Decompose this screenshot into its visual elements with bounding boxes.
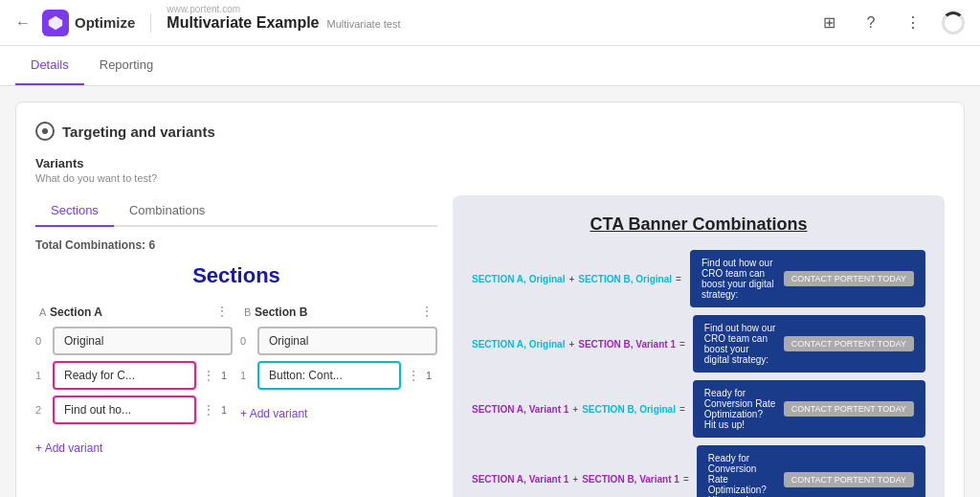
combo-preview-3: Ready for Conversion Rate Optimization? … [697,445,925,497]
section-a-header: A Section A ⋮ [35,304,233,319]
combo-preview-2: Ready for Conversion Rate Optimization? … [693,380,925,438]
section-a-name: Section A [50,305,102,319]
total-combos: Total Combinations: 6 [35,238,437,252]
variant-a1-more[interactable]: ⋮ [202,368,215,383]
tab-combinations[interactable]: Combinations [114,195,221,227]
combo-label-a-2: SECTION A, Variant 1 [472,404,568,415]
section-a-variant-0: 0 Original [35,327,233,355]
section-b-col: B Section B ⋮ 0 Original 1 [240,304,437,459]
combo-label-a-0: SECTION A, Original [472,274,565,284]
content-area: Targeting and variants Variants What do … [0,86,980,497]
nav-tabs: Details Reporting [0,46,980,86]
logo-svg [47,14,64,32]
combo-rows: SECTION A, Original + SECTION B, Origina… [472,250,925,497]
combo-row-2: SECTION A, Variant 1 + SECTION B, Origin… [472,380,925,438]
tab-details[interactable]: Details [15,46,84,85]
combo-eq-1: = [679,339,685,350]
combo-label-b-0: SECTION B, Original [578,274,672,284]
combo-preview-1: Find out how our CRO team can boost your… [693,315,925,373]
variant-a2-more[interactable]: ⋮ [202,402,215,418]
combo-row-3: SECTION A, Variant 1 + SECTION B, Varian… [472,445,925,497]
top-bar: ← Optimize www.portent.com Multivariate … [0,0,980,46]
combo-text-2: Ready for Conversion Rate Optimization? … [704,388,776,430]
section-a-variant1-box[interactable]: Ready for C... [53,361,196,390]
combo-plus-1: + [568,339,574,350]
section-a-more[interactable]: ⋮ [215,304,229,319]
grid-icon[interactable]: ⊞ [815,10,842,36]
add-variant-b[interactable]: + Add variant [240,403,307,424]
divider [150,13,151,33]
section-b-name: Section B [255,305,307,319]
combo-btn-0[interactable]: CONTACT PORTENT TODAY [784,271,914,286]
sections-grid: A Section A ⋮ 0 Original 1 [35,304,437,459]
combo-preview-0: Find out how our CRO team can boost your… [690,250,925,307]
combo-label-a-1: SECTION A, Original [472,339,565,350]
section-b-original-box[interactable]: Original [257,327,437,355]
combos-title: CTA Banner Combinations [472,215,925,235]
combo-label-b-3: SECTION B, Variant 1 [582,474,679,485]
section-a-original-box[interactable]: Original [53,327,233,355]
combo-text-3: Ready for Conversion Rate Optimization? … [708,453,776,497]
main-split: Sections Combinations Total Combinations… [35,195,945,497]
logo: Optimize [42,10,135,36]
combo-labels-1: SECTION A, Original + SECTION B, Variant… [472,339,685,350]
section-a-variant2-box[interactable]: Find out ho... [53,395,196,424]
combo-text-0: Find out how our CRO team can boost your… [702,258,776,300]
section-tabs: Sections Combinations [35,195,437,227]
combo-eq-2: = [679,404,685,415]
combo-label-a-3: SECTION A, Variant 1 [472,474,568,485]
page-subtitle: Multivariate test [327,18,401,30]
combo-labels-0: SECTION A, Original + SECTION B, Origina… [472,274,682,284]
section-b-letter: B [244,306,251,318]
app-name: Optimize [75,14,135,31]
combo-plus-3: + [572,474,578,485]
left-panel: Sections Combinations Total Combinations… [35,195,437,497]
section-b-variant-1: 1 Button: Cont... ⋮ 1 [240,361,437,390]
combo-btn-1[interactable]: CONTACT PORTENT TODAY [784,336,914,351]
card-title: Targeting and variants [35,122,945,141]
variants-sub: What do you want to test? [35,172,945,184]
logo-icon [42,10,69,36]
combo-eq-3: = [683,474,689,485]
combo-eq-0: = [676,274,681,284]
section-a-variant-1: 1 Ready for C... ⋮ 1 [35,361,233,390]
variant-b1-more[interactable]: ⋮ [407,368,420,383]
combo-label-b-1: SECTION B, Variant 1 [578,339,676,350]
tab-sections[interactable]: Sections [35,195,114,227]
combo-row-0: SECTION A, Original + SECTION B, Origina… [472,250,925,307]
section-b-more[interactable]: ⋮ [420,304,434,319]
section-b-header: B Section B ⋮ [240,304,437,319]
page-title: Multivariate Example [167,14,319,32]
combo-btn-3[interactable]: CONTACT PORTENT TODAY [784,472,914,487]
sections-big-title: Sections [35,263,437,288]
section-a-letter: A [39,306,46,318]
right-panel: CTA Banner Combinations SECTION A, Origi… [453,195,945,497]
combo-plus-0: + [568,274,574,284]
more-options-icon[interactable]: ⋮ [900,10,926,36]
section-a-col: A Section A ⋮ 0 Original 1 [35,304,233,459]
tab-reporting[interactable]: Reporting [84,46,168,85]
help-icon[interactable]: ? [858,10,884,36]
combo-row-1: SECTION A, Original + SECTION B, Variant… [472,315,925,373]
top-right-actions: ⊞ ? ⋮ [815,10,965,36]
back-button[interactable]: ← [15,14,31,32]
combo-labels-2: SECTION A, Variant 1 + SECTION B, Origin… [472,404,685,415]
combo-btn-2[interactable]: CONTACT PORTENT TODAY [784,401,914,417]
combo-labels-3: SECTION A, Variant 1 + SECTION B, Varian… [472,474,689,485]
page-title-section: www.portent.com Multivariate Example Mul… [167,14,400,32]
section-b-variant1-box[interactable]: Button: Cont... [257,361,401,390]
add-variant-a[interactable]: + Add variant [35,438,102,459]
section-b-variant-0: 0 Original [240,327,437,355]
main-card: Targeting and variants Variants What do … [15,102,965,497]
combo-label-b-2: SECTION B, Original [582,404,676,415]
combo-plus-2: + [572,404,578,415]
variants-label: Variants [35,156,945,170]
combo-text-1: Find out how our CRO team can boost your… [704,323,776,365]
loading-spinner [942,11,965,34]
section-a-variant-2: 2 Find out ho... ⋮ 1 [35,395,233,424]
url-label: www.portent.com [167,4,240,14]
target-icon [35,122,55,141]
